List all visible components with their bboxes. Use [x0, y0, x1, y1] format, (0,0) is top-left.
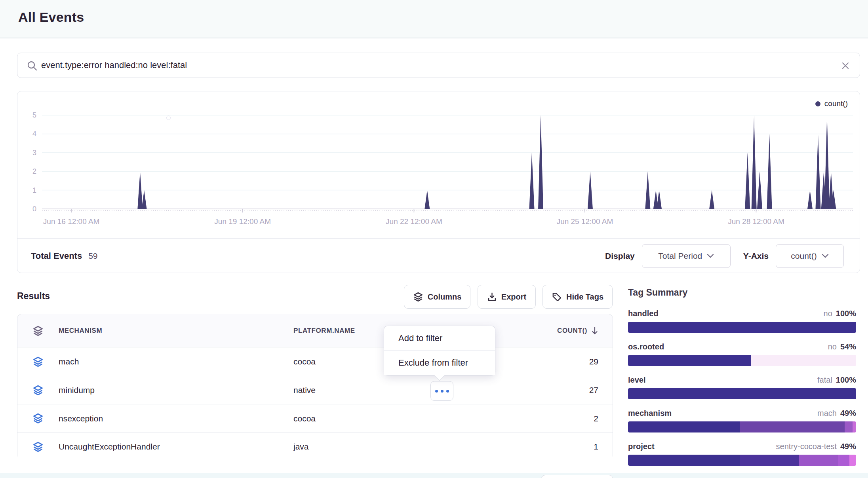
svg-text:5: 5 — [32, 111, 36, 119]
tag-name: mechanism — [628, 409, 672, 418]
tag-top-value: no — [824, 309, 832, 318]
svg-text:Jun 19 12:00 AM: Jun 19 12:00 AM — [214, 217, 271, 226]
tag-top-percent: 100% — [836, 376, 856, 385]
cell-mechanism[interactable]: minidump — [59, 376, 95, 405]
layers-icon — [32, 433, 44, 461]
svg-text:Jun 28 12:00 AM: Jun 28 12:00 AM — [728, 217, 784, 226]
table-row[interactable]: UncaughtExceptionHandlerjava1 — [17, 432, 613, 461]
hide-tags-button[interactable]: Hide Tags — [542, 285, 613, 309]
columns-button[interactable]: Columns — [404, 285, 470, 309]
tag-name: os.rooted — [628, 342, 664, 351]
tag-name: project — [628, 442, 655, 451]
table-header-row: MECHANISM PLATFORM.NAME COUNT() — [17, 314, 613, 347]
layers-icon — [32, 376, 44, 404]
cell-mechanism[interactable]: UncaughtExceptionHandler — [59, 433, 160, 461]
cell-platform[interactable]: native — [293, 376, 316, 405]
cell-count[interactable]: 1 — [594, 433, 598, 461]
svg-text:3: 3 — [32, 149, 36, 157]
tag-distribution-bar[interactable] — [628, 388, 856, 399]
tag-top-percent: 49% — [840, 442, 856, 451]
yaxis-label: Y-Axis — [743, 251, 769, 261]
page-header: All Events — [0, 0, 868, 38]
yaxis-select[interactable]: count() — [776, 244, 844, 268]
events-chart[interactable]: 012345Jun 16 12:00 AMJun 19 12:00 AMJun … — [17, 91, 859, 238]
columns-button-label: Columns — [428, 292, 462, 302]
tag-summary-panel: Tag Summary handledno100%os.rootedno54%l… — [628, 287, 856, 466]
tag-bar-segment[interactable] — [853, 421, 856, 432]
menu-item-add-to-filter[interactable]: Add to filter — [384, 326, 495, 351]
table-row[interactable]: machcocoa29 — [17, 347, 613, 376]
tag-summary-row: mechanismmach49% — [628, 409, 856, 432]
tag-name: handled — [628, 309, 659, 318]
tag-distribution-bar[interactable] — [628, 455, 856, 466]
ellipsis-dot — [446, 390, 449, 393]
tag-icon — [552, 292, 562, 302]
tag-bar-segment[interactable] — [628, 421, 740, 432]
export-button-label: Export — [501, 292, 526, 302]
ellipsis-dot — [441, 390, 444, 393]
tag-top-percent: 100% — [836, 309, 856, 318]
svg-text:4: 4 — [32, 130, 36, 138]
tag-top-value: mach — [817, 409, 837, 418]
layers-icon — [32, 404, 44, 432]
chevron-down-icon — [822, 254, 829, 258]
tag-bar-segment[interactable] — [799, 455, 838, 466]
search-query-text[interactable]: event.type:error handled:no level:fatal — [41, 60, 187, 70]
table-row[interactable]: nsexceptioncocoa2 — [17, 404, 613, 432]
tag-bar-segment[interactable] — [740, 455, 799, 466]
chart-legend[interactable]: count() — [815, 99, 848, 108]
tag-bar-segment[interactable] — [628, 455, 740, 466]
tag-top-value: fatal — [817, 376, 832, 385]
cell-platform[interactable]: cocoa — [293, 347, 316, 376]
yaxis-select-value: count() — [791, 251, 817, 261]
tag-distribution-bar[interactable] — [628, 355, 856, 366]
download-icon — [487, 292, 497, 302]
export-button[interactable]: Export — [478, 285, 536, 309]
tag-bar-segment[interactable] — [838, 455, 849, 466]
tag-bar-segment[interactable] — [628, 388, 856, 399]
cell-count[interactable]: 29 — [589, 347, 598, 376]
tag-summary-row: os.rootedno54% — [628, 342, 856, 366]
tag-bar-segment[interactable] — [751, 355, 856, 366]
svg-text:2: 2 — [32, 167, 36, 175]
tag-summary-row: handledno100% — [628, 309, 856, 333]
tag-distribution-bar[interactable] — [628, 322, 856, 333]
column-header-mechanism[interactable]: MECHANISM — [59, 314, 102, 347]
svg-text:1: 1 — [32, 186, 36, 194]
cell-count[interactable]: 2 — [594, 404, 598, 433]
cell-platform[interactable]: cocoa — [293, 404, 316, 433]
tag-bar-segment[interactable] — [628, 322, 856, 333]
page-title: All Events — [18, 9, 84, 25]
results-table: MECHANISM PLATFORM.NAME COUNT() machcoco… — [17, 314, 613, 460]
search-input[interactable]: event.type:error handled:no level:fatal — [17, 53, 860, 78]
cell-actions-ellipsis-button[interactable] — [430, 381, 453, 401]
column-header-count-label: COUNT() — [557, 327, 587, 335]
total-events-value: 59 — [88, 251, 97, 261]
tag-bar-segment[interactable] — [628, 355, 751, 366]
svg-text:Jun 25 12:00 AM: Jun 25 12:00 AM — [557, 217, 613, 226]
column-header-count-sorted[interactable]: COUNT() — [557, 314, 598, 347]
column-header-platform[interactable]: PLATFORM.NAME — [293, 314, 355, 347]
legend-count-label: count() — [824, 99, 848, 108]
tag-top-value: no — [828, 342, 837, 351]
display-select[interactable]: Total Period — [642, 244, 731, 268]
display-select-value: Total Period — [658, 251, 702, 261]
display-label: Display — [605, 251, 635, 261]
tag-bar-segment[interactable] — [740, 421, 845, 432]
cell-count[interactable]: 27 — [589, 376, 598, 405]
layers-icon[interactable] — [32, 314, 44, 347]
cell-mechanism[interactable]: nsexception — [59, 404, 103, 433]
tag-name: level — [628, 376, 645, 385]
tag-distribution-bar[interactable] — [628, 421, 856, 432]
cell-platform[interactable]: java — [293, 433, 309, 461]
table-row[interactable]: minidumpnative27 — [17, 376, 613, 404]
svg-text:0: 0 — [32, 205, 36, 213]
tag-bar-segment[interactable] — [849, 455, 856, 466]
cell-mechanism[interactable]: mach — [59, 347, 79, 376]
svg-text:Jun 16 12:00 AM: Jun 16 12:00 AM — [43, 217, 100, 226]
results-title: Results — [17, 291, 50, 302]
tag-summary-row: projectsentry-cocoa-test49% — [628, 442, 856, 466]
pagination-button-cutoff[interactable] — [541, 475, 613, 478]
tag-bar-segment[interactable] — [845, 421, 853, 432]
clear-search-icon[interactable] — [840, 60, 851, 71]
